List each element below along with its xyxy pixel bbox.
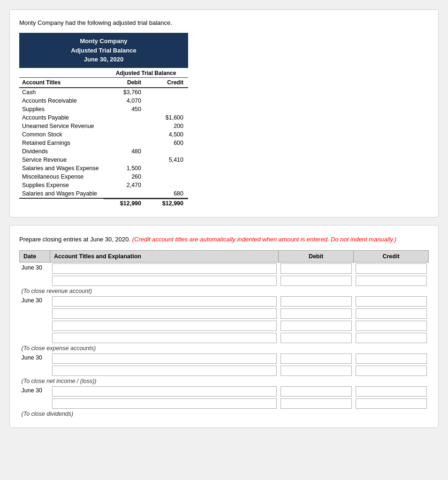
credit-input[interactable] — [356, 333, 427, 343]
journal-entry-row: June 30 — [20, 352, 429, 365]
table-row: Supplies 450 — [19, 105, 188, 113]
intro-text: Monty Company had the following adjusted… — [19, 19, 429, 26]
entry-credit-cell — [354, 385, 429, 398]
debit-input[interactable] — [281, 276, 352, 286]
entry-credit-cell — [354, 398, 429, 410]
credit-input[interactable] — [356, 366, 427, 376]
table-row: Service Revenue 5,410 — [19, 156, 188, 164]
entry-debit-cell — [279, 365, 354, 377]
journal-entry-row — [20, 275, 429, 287]
table-row: Miscellaneous Expense 260 — [19, 172, 188, 181]
journal-entry-row: June 30 — [20, 295, 429, 308]
entry-date — [20, 398, 50, 410]
table-title: Adjusted Trial Balance — [24, 46, 183, 55]
entry-account-cell — [50, 308, 279, 320]
entry-debit-cell — [279, 385, 354, 398]
entry-account-cell — [50, 295, 279, 308]
entry-account-cell — [50, 332, 279, 344]
row-credit — [146, 181, 188, 189]
entry-date: June 30 — [20, 295, 50, 308]
row-debit: 2,470 — [104, 181, 146, 189]
debit-input[interactable] — [281, 296, 352, 307]
tb-header: Monty Company Adjusted Trial Balance Jun… — [19, 33, 188, 68]
credit-input[interactable] — [356, 398, 427, 409]
company-name: Monty Company — [24, 37, 183, 46]
journal-table: Date Account Titles and Explanation Debi… — [19, 250, 429, 418]
entry-credit-cell — [354, 332, 429, 344]
account-input[interactable] — [52, 296, 277, 307]
account-input[interactable] — [52, 263, 277, 274]
debit-input[interactable] — [281, 353, 352, 364]
account-input[interactable] — [52, 321, 277, 331]
entry-date — [20, 275, 50, 287]
row-account: Accounts Receivable — [19, 97, 104, 105]
debit-input[interactable] — [281, 333, 352, 343]
account-input[interactable] — [52, 386, 277, 397]
account-input[interactable] — [52, 366, 277, 376]
entry-credit-cell — [354, 352, 429, 365]
credit-input[interactable] — [356, 321, 427, 331]
trial-balance-table: Monty Company Adjusted Trial Balance Jun… — [19, 33, 188, 208]
entry-credit-cell — [354, 295, 429, 308]
entry-account-cell — [50, 352, 279, 365]
account-input[interactable] — [52, 353, 277, 364]
table-date: June 30, 2020 — [24, 55, 183, 64]
table-row: Unearned Service Revenue 200 — [19, 122, 188, 130]
th-account: Account Titles and Explanation — [50, 251, 279, 262]
instruction-text: Prepare closing entries at June 30, 2020… — [19, 235, 429, 244]
credit-input[interactable] — [356, 296, 427, 307]
entry-date — [20, 365, 50, 377]
row-credit: 680 — [146, 189, 188, 198]
debit-input[interactable] — [281, 366, 352, 376]
card-closing-entries: Prepare closing entries at June 30, 2020… — [9, 225, 439, 428]
entry-debit-cell — [279, 398, 354, 410]
entry-credit-cell — [354, 365, 429, 377]
row-debit: 480 — [104, 147, 146, 156]
credit-input[interactable] — [356, 263, 427, 274]
entry-note: (To close revenue account) — [20, 287, 429, 295]
journal-entry-row — [20, 332, 429, 344]
entry-credit-cell — [354, 275, 429, 287]
debit-input[interactable] — [281, 386, 352, 397]
credit-input[interactable] — [356, 276, 427, 286]
row-account: Dividends — [19, 147, 104, 156]
account-input[interactable] — [52, 333, 277, 343]
row-debit: 4,070 — [104, 97, 146, 105]
entry-date — [20, 320, 50, 332]
journal-note-row: (To close dividends) — [20, 410, 429, 418]
entry-debit-cell — [279, 308, 354, 320]
row-credit — [146, 105, 188, 113]
tb-total-row: $12,990 $12,990 — [19, 198, 188, 208]
journal-note-row: (To close net income / (loss)) — [20, 377, 429, 385]
row-debit: 260 — [104, 172, 146, 181]
total-credit: $12,990 — [146, 199, 188, 208]
debit-input[interactable] — [281, 398, 352, 409]
row-credit — [146, 97, 188, 105]
credit-input[interactable] — [356, 353, 427, 364]
col-group-label: Adjusted Trial Balance — [104, 68, 188, 77]
journal-entry-row — [20, 365, 429, 377]
debit-input[interactable] — [281, 263, 352, 274]
row-account: Common Stock — [19, 130, 104, 139]
entry-account-cell — [50, 385, 279, 398]
account-input[interactable] — [52, 276, 277, 286]
row-credit — [146, 164, 188, 172]
total-label — [19, 199, 104, 208]
credit-input[interactable] — [356, 308, 427, 319]
entry-debit-cell — [279, 320, 354, 332]
entry-credit-cell — [354, 320, 429, 332]
row-credit — [146, 88, 188, 97]
credit-input[interactable] — [356, 386, 427, 397]
row-account: Supplies — [19, 105, 104, 113]
account-input[interactable] — [52, 308, 277, 319]
table-row: Cash $3,760 — [19, 88, 188, 97]
table-row: Accounts Payable $1,600 — [19, 113, 188, 122]
debit-input[interactable] — [281, 308, 352, 319]
journal-entry-row — [20, 308, 429, 320]
table-row: Retained Earnings 600 — [19, 139, 188, 147]
debit-input[interactable] — [281, 321, 352, 331]
account-input[interactable] — [52, 398, 277, 409]
th-debit: Debit — [279, 251, 354, 262]
th-date: Date — [20, 251, 50, 262]
row-account: Salaries and Wages Payable — [19, 189, 104, 198]
